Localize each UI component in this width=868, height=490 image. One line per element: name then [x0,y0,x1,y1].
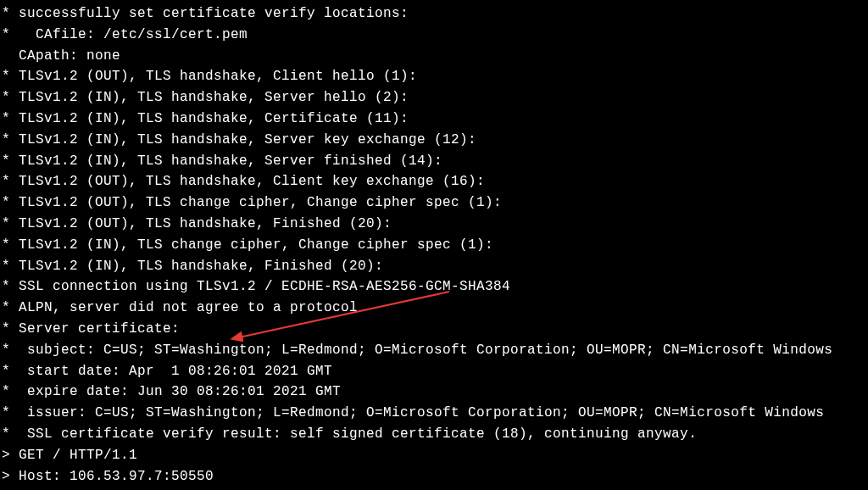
terminal-line: * TLSv1.2 (IN), TLS change cipher, Chang… [0,235,868,256]
terminal-line: * TLSv1.2 (IN), TLS handshake, Server fi… [0,151,868,172]
terminal-line: * CAfile: /etc/ssl/cert.pem [0,25,868,46]
terminal-line: * TLSv1.2 (IN), TLS handshake, Certifica… [0,109,868,130]
terminal-line: * start date: Apr 1 08:26:01 2021 GMT [0,361,868,382]
terminal-line: * Server certificate: [0,319,868,340]
terminal-line: * TLSv1.2 (OUT), TLS handshake, Finished… [0,214,868,235]
terminal-line: > User-Agent: curl/7.64.1 [0,487,868,490]
terminal-line: * TLSv1.2 (IN), TLS handshake, Finished … [0,256,868,277]
terminal-output[interactable]: * successfully set certificate verify lo… [0,3,868,490]
terminal-line: * ALPN, server did not agree to a protoc… [0,298,868,319]
terminal-line: * TLSv1.2 (IN), TLS handshake, Server he… [0,87,868,109]
terminal-line: * TLSv1.2 (OUT), TLS change cipher, Chan… [0,192,868,214]
terminal-line: * subject: C=US; ST=Washington; L=Redmon… [0,340,868,361]
terminal-line: > Host: 106.53.97.7:50550 [0,466,868,487]
terminal-line: * issuer: C=US; ST=Washington; L=Redmond… [0,403,868,424]
terminal-line: * expire date: Jun 30 08:26:01 2021 GMT [0,381,868,403]
terminal-line: * TLSv1.2 (OUT), TLS handshake, Client h… [0,66,868,87]
terminal-line: * SSL connection using TLSv1.2 / ECDHE-R… [0,276,868,298]
terminal-line: CApath: none [0,46,868,67]
terminal-line: > GET / HTTP/1.1 [0,445,868,466]
terminal-line: * TLSv1.2 (IN), TLS handshake, Server ke… [0,130,868,151]
terminal-line: * TLSv1.2 (OUT), TLS handshake, Client k… [0,171,868,192]
terminal-line: * successfully set certificate verify lo… [0,3,868,25]
terminal-line: * SSL certificate verify result: self si… [0,424,868,445]
